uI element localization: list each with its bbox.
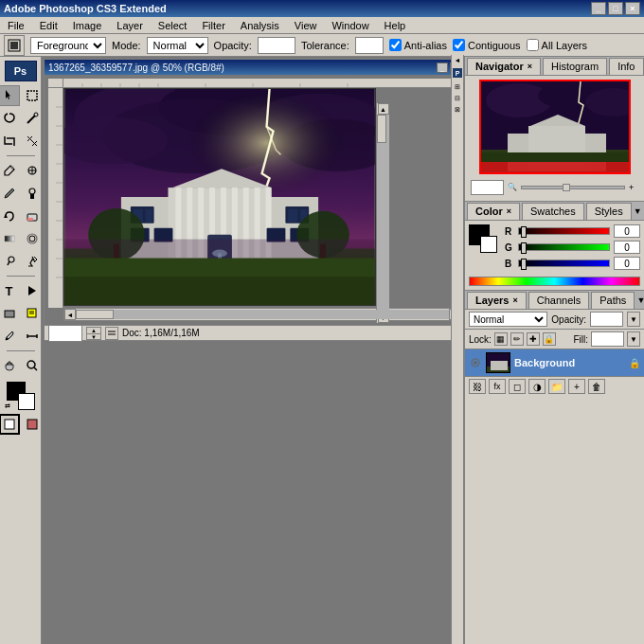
panel-navigator-mini[interactable]: ⊞ — [453, 83, 462, 93]
tool-preset-icon[interactable] — [4, 35, 25, 56]
scroll-thumb[interactable] — [377, 115, 386, 143]
histogram-tab[interactable]: Histogram — [543, 58, 607, 75]
swap-colors-icon[interactable]: ⇄ — [5, 402, 10, 410]
layer-effects-button[interactable]: fx — [489, 379, 506, 394]
menu-image[interactable]: Image — [69, 19, 106, 32]
layer-group-button[interactable]: 📁 — [548, 379, 565, 394]
history-brush-button[interactable] — [0, 206, 20, 226]
move-tool-button[interactable] — [0, 85, 20, 106]
path-selection-button[interactable] — [22, 280, 43, 301]
mode-select[interactable]: Normal — [147, 37, 208, 54]
menu-filter[interactable]: Filter — [198, 19, 228, 32]
close-button[interactable]: × — [625, 2, 640, 15]
nav-zoom-input[interactable]: 50% — [471, 180, 504, 195]
panel-layers-mini[interactable]: ⊠ — [453, 106, 462, 116]
tolerance-input[interactable]: 32 — [355, 37, 384, 54]
blue-slider-track[interactable] — [518, 259, 610, 267]
blur-tool-button[interactable] — [22, 228, 43, 249]
zoom-tool-button[interactable] — [22, 355, 43, 376]
minimize-button[interactable]: _ — [591, 2, 606, 15]
eraser-button[interactable] — [22, 206, 43, 226]
opacity-arrow[interactable]: ▼ — [627, 312, 640, 327]
zoom-down[interactable]: ▼ — [87, 334, 100, 340]
menu-window[interactable]: Window — [328, 19, 372, 32]
color-background[interactable] — [480, 236, 497, 253]
zoom-input[interactable]: 50% — [48, 325, 82, 342]
lock-brush[interactable]: ✏ — [510, 332, 524, 346]
panel-expand-btn[interactable]: ◄ — [453, 57, 462, 66]
quick-mask-button[interactable] — [22, 414, 43, 435]
contiguous-checkbox[interactable] — [453, 39, 465, 51]
scroll-up-button[interactable]: ▲ — [378, 103, 389, 115]
layer-new-button[interactable]: + — [568, 379, 585, 394]
green-value-input[interactable]: 0 — [614, 241, 640, 254]
blue-value-input[interactable]: 0 — [614, 257, 640, 270]
marquee-tool-button[interactable] — [22, 85, 43, 106]
eyedropper-tool-button[interactable] — [0, 326, 20, 347]
doc-minimize[interactable]: _ — [437, 63, 448, 73]
menu-select[interactable]: Select — [154, 19, 191, 32]
slice-tool-button[interactable] — [22, 131, 43, 152]
pen-tool-button[interactable] — [22, 251, 43, 272]
styles-tab[interactable]: Styles — [586, 203, 632, 220]
all-layers-checkbox[interactable] — [527, 39, 539, 51]
hand-tool-button[interactable] — [0, 355, 20, 376]
lock-move[interactable]: ✚ — [527, 332, 540, 346]
anti-alias-checkbox[interactable] — [389, 39, 402, 51]
vertical-scrollbar[interactable]: ▲ ▼ — [376, 103, 389, 323]
nav-zoom-slider[interactable] — [521, 186, 625, 189]
menu-view[interactable]: View — [291, 19, 321, 32]
shape-tool-button[interactable] — [0, 303, 20, 324]
lasso-tool-button[interactable] — [0, 108, 20, 129]
gradient-tool-button[interactable] — [0, 228, 20, 249]
navigator-close[interactable]: × — [528, 62, 532, 71]
clone-stamp-button[interactable] — [22, 183, 43, 204]
color-panel-menu[interactable]: ▼ — [634, 206, 642, 216]
layers-tab[interactable]: Layers × — [467, 292, 527, 309]
menu-edit[interactable]: Edit — [36, 19, 62, 32]
standard-mode-button[interactable] — [0, 414, 20, 435]
lock-all[interactable]: 🔒 — [543, 332, 556, 346]
blend-mode-select[interactable]: Normal — [469, 312, 547, 327]
tool-preset-select[interactable]: Foreground — [30, 37, 106, 54]
dodge-tool-button[interactable] — [0, 251, 20, 272]
layer-link-button[interactable]: ⛓ — [469, 379, 486, 394]
layer-delete-button[interactable]: 🗑 — [588, 379, 605, 394]
layers-close[interactable]: × — [512, 295, 517, 305]
red-slider-track[interactable] — [518, 227, 610, 235]
maximize-button[interactable]: □ — [608, 2, 623, 15]
menu-analysis[interactable]: Analysis — [237, 19, 283, 32]
info-tab[interactable]: Info — [609, 58, 643, 75]
swatches-tab[interactable]: Swatches — [522, 203, 584, 220]
paths-tab[interactable]: Paths — [591, 292, 635, 309]
opacity-input[interactable]: 100% — [258, 37, 295, 54]
zoom-out-icon[interactable]: 🔍 — [508, 183, 517, 192]
h-scroll-thumb[interactable] — [76, 310, 114, 319]
zoom-in-icon[interactable]: + — [629, 183, 638, 192]
healing-brush-button[interactable] — [22, 160, 43, 181]
layers-panel-menu[interactable]: ▼ — [636, 295, 644, 305]
brush-tool-button[interactable] — [0, 183, 20, 204]
zoom-stepper[interactable]: ▲ ▼ — [86, 327, 101, 340]
green-slider-track[interactable] — [518, 243, 610, 251]
color-close[interactable]: × — [507, 206, 511, 216]
color-spectrum[interactable] — [469, 277, 640, 286]
zoom-up[interactable]: ▲ — [87, 328, 100, 334]
type-tool-button[interactable]: T — [0, 280, 20, 301]
measure-tool-button[interactable] — [22, 326, 43, 347]
crop-tool-button[interactable] — [0, 131, 20, 152]
scroll-left-button[interactable]: ◄ — [64, 309, 76, 320]
fill-value-input[interactable]: 100% — [591, 331, 624, 347]
background-color-box[interactable] — [18, 393, 35, 410]
status-menu-button[interactable] — [105, 327, 118, 340]
blue-slider-thumb[interactable] — [521, 259, 527, 270]
layer-background-row[interactable]: Background 🔒 — [465, 349, 644, 376]
layer-visibility-icon[interactable] — [469, 356, 482, 369]
lock-checkerboard[interactable]: ▦ — [494, 332, 508, 346]
menu-help[interactable]: Help — [381, 19, 410, 32]
channels-tab[interactable]: Channels — [528, 292, 589, 309]
layer-mask-button[interactable]: ◻ — [509, 379, 526, 394]
panel-color-mini[interactable]: ⊟ — [453, 95, 462, 104]
eyedropper-button[interactable] — [0, 160, 20, 181]
opacity-value-input[interactable]: 100% — [590, 312, 623, 327]
